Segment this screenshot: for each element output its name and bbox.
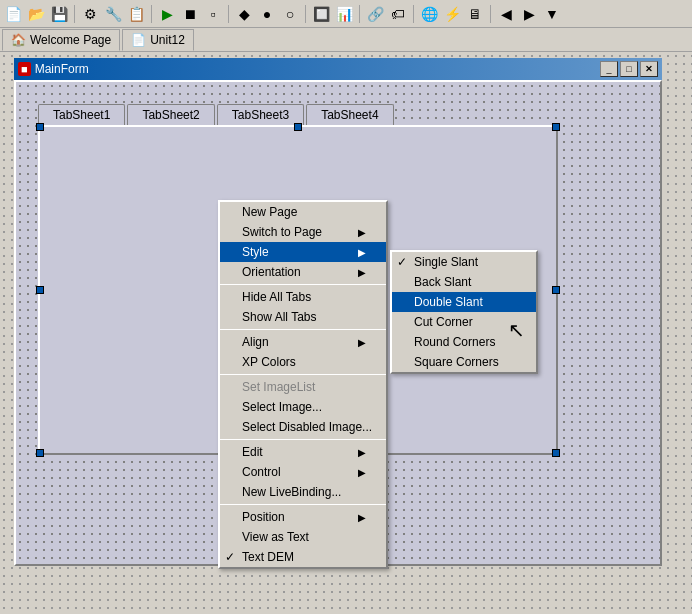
tb-save[interactable]: 💾	[48, 3, 70, 25]
sep6	[413, 5, 414, 23]
submenu-item-single-slant[interactable]: Single Slant	[392, 252, 536, 272]
tb-b9[interactable]: ○	[279, 3, 301, 25]
tc-tab-1-label: TabSheet1	[53, 108, 110, 122]
tc-tab-2-label: TabSheet2	[142, 108, 199, 122]
tab-control-tabs: TabSheet1 TabSheet2 TabSheet3 TabSheet4	[38, 104, 558, 125]
tc-tab-4[interactable]: TabSheet4	[306, 104, 393, 125]
tab-welcome-page[interactable]: 🏠 Welcome Page	[2, 29, 120, 51]
align-label: Align	[242, 335, 269, 349]
menu-item-set-imagelist: Set ImageList	[220, 377, 386, 397]
menu-item-text-dem[interactable]: Text DEM	[220, 547, 386, 567]
menu-item-align[interactable]: Align ▶	[220, 332, 386, 352]
toolbar-area: 📄 📂 💾 ⚙ 🔧 📋 ▶ ⏹ ▫ ◆ ● ○ 🔲 📊 🔗 🏷 🌐 ⚡ 🖥 ◀ …	[0, 0, 692, 28]
menu-item-position[interactable]: Position ▶	[220, 507, 386, 527]
edit-arrow-icon: ▶	[358, 447, 366, 458]
menu-item-new-page[interactable]: New Page	[220, 202, 386, 222]
tc-tab-3[interactable]: TabSheet3	[217, 104, 304, 125]
menu-item-select-disabled-image[interactable]: Select Disabled Image...	[220, 417, 386, 437]
single-slant-label: Single Slant	[414, 255, 478, 269]
set-imagelist-label: Set ImageList	[242, 380, 315, 394]
tc-tab-4-label: TabSheet4	[321, 108, 378, 122]
sep7	[490, 5, 491, 23]
menu-item-hide-all-tabs[interactable]: Hide All Tabs	[220, 287, 386, 307]
menu-item-orientation[interactable]: Orientation ▶	[220, 262, 386, 282]
resize-top-mid[interactable]	[294, 123, 302, 131]
tb-b6[interactable]: ▫	[202, 3, 224, 25]
resize-right-mid[interactable]	[552, 286, 560, 294]
tb-b7[interactable]: ◆	[233, 3, 255, 25]
submenu-item-round-corners[interactable]: Round Corners	[392, 332, 536, 352]
resize-bottom-right[interactable]	[552, 449, 560, 457]
control-label: Control	[242, 465, 281, 479]
welcome-icon: 🏠	[11, 33, 26, 47]
resize-top-right[interactable]	[552, 123, 560, 131]
menu-sep-2	[220, 329, 386, 330]
tb-b16[interactable]: 🖥	[464, 3, 486, 25]
unit-icon: 📄	[131, 33, 146, 47]
position-label: Position	[242, 510, 285, 524]
menu-item-show-all-tabs[interactable]: Show All Tabs	[220, 307, 386, 327]
edit-label: Edit	[242, 445, 263, 459]
tb-fwd[interactable]: ▶	[518, 3, 540, 25]
tc-tab-2[interactable]: TabSheet2	[127, 104, 214, 125]
tb-b8[interactable]: ●	[256, 3, 278, 25]
round-corners-label: Round Corners	[414, 335, 495, 349]
submenu-item-back-slant[interactable]: Back Slant	[392, 272, 536, 292]
hide-all-tabs-label: Hide All Tabs	[242, 290, 311, 304]
tb-b14[interactable]: 🌐	[418, 3, 440, 25]
menu-item-edit[interactable]: Edit ▶	[220, 442, 386, 462]
tb-b11[interactable]: 📊	[333, 3, 355, 25]
tab-welcome-label: Welcome Page	[30, 33, 111, 47]
sep2	[151, 5, 152, 23]
submenu-item-square-corners[interactable]: Square Corners	[392, 352, 536, 372]
form-close[interactable]: ✕	[640, 61, 658, 77]
menu-sep-4	[220, 439, 386, 440]
menu-item-switch-to-page[interactable]: Switch to Page ▶	[220, 222, 386, 242]
menu-sep-3	[220, 374, 386, 375]
menu-item-style[interactable]: Style ▶	[220, 242, 386, 262]
tab-unit12[interactable]: 📄 Unit12	[122, 29, 194, 51]
menu-item-control[interactable]: Control ▶	[220, 462, 386, 482]
tb-dd[interactable]: ▼	[541, 3, 563, 25]
tb-b3[interactable]: 📋	[125, 3, 147, 25]
form-title-text: MainForm	[35, 62, 89, 76]
switch-to-page-label: Switch to Page	[242, 225, 322, 239]
back-slant-label: Back Slant	[414, 275, 471, 289]
tb-new[interactable]: 📄	[2, 3, 24, 25]
text-dem-label: Text DEM	[242, 550, 294, 564]
control-arrow-icon: ▶	[358, 467, 366, 478]
tb-b15[interactable]: ⚡	[441, 3, 463, 25]
form-minimize[interactable]: _	[600, 61, 618, 77]
show-all-tabs-label: Show All Tabs	[242, 310, 317, 324]
align-arrow-icon: ▶	[358, 337, 366, 348]
tab-bar: 🏠 Welcome Page 📄 Unit12	[0, 28, 692, 52]
resize-bottom-left[interactable]	[36, 449, 44, 457]
tb-open[interactable]: 📂	[25, 3, 47, 25]
tb-b1[interactable]: ⚙	[79, 3, 101, 25]
cut-corner-label: Cut Corner	[414, 315, 473, 329]
tb-b12[interactable]: 🔗	[364, 3, 386, 25]
menu-item-new-livebinding[interactable]: New LiveBinding...	[220, 482, 386, 502]
position-arrow-icon: ▶	[358, 512, 366, 523]
menu-item-xp-colors[interactable]: XP Colors	[220, 352, 386, 372]
tc-tab-1[interactable]: TabSheet1	[38, 104, 125, 125]
resize-left-mid[interactable]	[36, 286, 44, 294]
tb-b10[interactable]: 🔲	[310, 3, 332, 25]
sep3	[228, 5, 229, 23]
submenu-item-cut-corner[interactable]: Cut Corner	[392, 312, 536, 332]
tb-back[interactable]: ◀	[495, 3, 517, 25]
tb-b13[interactable]: 🏷	[387, 3, 409, 25]
form-restore[interactable]: □	[620, 61, 638, 77]
submenu-item-double-slant[interactable]: Double Slant	[392, 292, 536, 312]
menu-item-select-image[interactable]: Select Image...	[220, 397, 386, 417]
tb-run[interactable]: ▶	[156, 3, 178, 25]
tc-tab-3-label: TabSheet3	[232, 108, 289, 122]
tb-b2[interactable]: 🔧	[102, 3, 124, 25]
menu-sep-5	[220, 504, 386, 505]
select-disabled-image-label: Select Disabled Image...	[242, 420, 372, 434]
style-submenu: Single Slant Back Slant Double Slant Cut…	[390, 250, 538, 374]
menu-item-view-as-text[interactable]: View as Text	[220, 527, 386, 547]
context-menu: New Page Switch to Page ▶ Style ▶ Orient…	[218, 200, 388, 569]
tb-b5[interactable]: ⏹	[179, 3, 201, 25]
resize-top-left[interactable]	[36, 123, 44, 131]
